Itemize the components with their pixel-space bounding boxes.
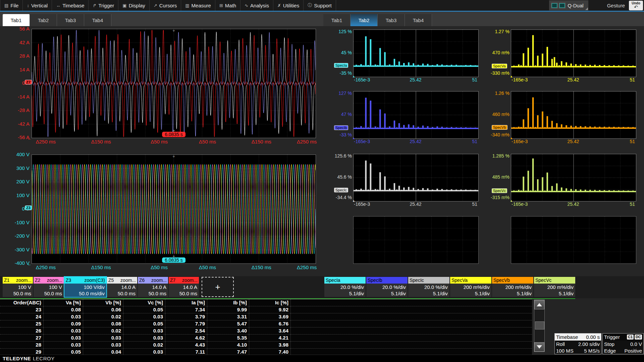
- harmonic-bar: [608, 65, 610, 67]
- harmonic-bar: [401, 128, 402, 129]
- scrollbar-thumb[interactable]: [535, 321, 544, 329]
- menu-item-analysis[interactable]: ∿Analysis: [240, 0, 273, 11]
- descriptor-z6[interactable]: Z6zoom...14.0 A50.0 ms: [138, 277, 168, 297]
- spectrum-grid-area[interactable]: [511, 154, 636, 201]
- spectrum-source-badge[interactable]: SpecVc: [492, 188, 507, 193]
- waveform-grid-area[interactable]: ++6.0835 s: [32, 29, 316, 138]
- spectrum-grid-area[interactable]: [353, 154, 479, 201]
- harmonic-bar: [578, 66, 579, 67]
- table-scrollbar[interactable]: [534, 300, 545, 352]
- zoom-source-badge[interactable]: Z7: [25, 80, 32, 84]
- spectrum-grid-area[interactable]: [353, 29, 479, 77]
- harmonic-bar: [580, 126, 582, 128]
- harmonic-bar: [444, 190, 445, 191]
- harmonic-bar: [394, 183, 395, 191]
- harmonic-bar: [372, 190, 374, 191]
- harmonic-bar: [589, 65, 591, 67]
- menu-item-timebase[interactable]: ↔Timebase: [52, 0, 89, 11]
- descriptor-z1[interactable]: Z1zoom...100 V50.0 ms: [3, 277, 33, 297]
- harmonic-bar: [632, 66, 634, 67]
- zoom-time-badge[interactable]: 6.0835 s: [162, 132, 185, 137]
- harmonic-bar: [356, 189, 357, 191]
- descriptor-id: SpecIb: [368, 278, 382, 283]
- tab-tab2[interactable]: Tab2: [351, 14, 378, 26]
- table-row[interactable]: 250.090.080.057.795.476.76: [0, 320, 532, 327]
- menu-item-display[interactable]: ▣Display: [118, 0, 149, 11]
- menu-item-math[interactable]: ⊞Math: [215, 0, 240, 11]
- descriptor-specva[interactable]: SpecVa200 m%/div5.1/div: [450, 277, 491, 297]
- descriptor-z3[interactable]: Z3zoom(C3)100 V/div50.0 ms/div: [64, 277, 106, 297]
- zoom-time-badge[interactable]: 6.0835 s: [162, 257, 185, 263]
- tab-tab1[interactable]: Tab1: [3, 14, 30, 26]
- table-row[interactable]: 240.030.020.033.793.313.69: [0, 313, 532, 320]
- menu-item-support[interactable]: ⓘSupport: [304, 0, 336, 11]
- trigger-coupling-badge: DC: [635, 335, 642, 340]
- harmonic-bar: [608, 127, 610, 128]
- descriptor-z2[interactable]: Z2zoom...100 V50.0 ms: [34, 277, 64, 297]
- table-row[interactable]: 260.030.020.032.543.403.64: [0, 327, 532, 335]
- spectrum-grid-area[interactable]: [511, 216, 636, 264]
- descriptor-z7[interactable]: Z7zoom...14.0 A50.0 ms: [169, 277, 199, 297]
- descriptor-specib[interactable]: SpecIb20.0 %/div5.1/div: [366, 277, 408, 297]
- descriptor-specia[interactable]: SpecIa20.0 %/div5.1/div: [324, 277, 366, 297]
- tab-tab3[interactable]: Tab3: [378, 14, 405, 26]
- descriptor-z5[interactable]: Z5zoom...14.0 A50.0 ms: [107, 277, 137, 297]
- tab-tab4[interactable]: Tab4: [405, 14, 432, 26]
- table-row[interactable]: 280.030.030.024.434.103.98: [0, 342, 532, 349]
- spectrum-grid-area[interactable]: [511, 29, 636, 77]
- harmonic-bar: [589, 126, 591, 128]
- menu-item-file[interactable]: ▤File: [0, 0, 23, 11]
- scroll-up-button[interactable]: [534, 300, 544, 309]
- harmonic-bar: [611, 128, 612, 129]
- table-cell: 23: [0, 306, 44, 313]
- y-tick-label: -42 A: [10, 121, 30, 127]
- spectrum-source-badge[interactable]: SpecVa: [492, 64, 507, 68]
- menu-bar-items: ▤File↕Vertical↔Timebase↱Trigger▣Display↗…: [0, 0, 336, 11]
- spectrum-source-badge[interactable]: SpecVb: [492, 125, 507, 130]
- spectrum-y-label: -34.4 %: [332, 195, 352, 200]
- qdual-selector[interactable]: Q-Dual: [549, 0, 588, 10]
- gesture-label: Gesture: [607, 3, 625, 8]
- menu-item-trigger[interactable]: ↱Trigger: [89, 0, 118, 11]
- spectrum-grid-area[interactable]: [353, 91, 479, 139]
- harmonic-bar: [465, 127, 467, 129]
- descriptor-specvb[interactable]: SpecVb200 m%/div5.1/div: [492, 277, 533, 297]
- harmonic-bar: [370, 39, 372, 66]
- timebase-summary-box[interactable]: Timebase 0.00 s Roll 2.00 s/div 100 MS 5…: [554, 333, 601, 354]
- trigger-summary-box[interactable]: Trigger C1 DC Stop 0.0 V Edge Positive: [602, 333, 644, 354]
- scroll-down-button[interactable]: [534, 342, 544, 352]
- spectrum-source-badge[interactable]: SpecIa: [334, 63, 348, 68]
- tab-tab4[interactable]: Tab4: [84, 14, 111, 26]
- menu-item-measure[interactable]: ▥Measure: [181, 0, 215, 11]
- table-row[interactable]: 270.030.030.034.625.354.21: [0, 335, 532, 342]
- undo-button[interactable]: Undo ↶: [629, 1, 643, 10]
- harmonic-bar: [625, 128, 627, 129]
- tab-tab3[interactable]: Tab3: [57, 14, 84, 26]
- harmonic-bar: [436, 64, 438, 66]
- spectrum-source-badge[interactable]: SpecIc: [334, 188, 348, 192]
- zoom-source-badge[interactable]: Z3: [25, 205, 32, 210]
- harmonic-bar: [551, 121, 553, 129]
- menu-item-vertical[interactable]: ↕Vertical: [23, 0, 52, 11]
- harmonic-bar: [604, 127, 605, 128]
- add-trace-button[interactable]: +: [202, 277, 234, 297]
- harmonic-bar: [520, 127, 522, 128]
- harmonic-bar: [575, 126, 577, 128]
- spectrum-grid-area[interactable]: [511, 91, 636, 139]
- harmonic-bar: [546, 173, 548, 192]
- harmonic-bar: [525, 191, 527, 192]
- waveform-grid-area[interactable]: ++6.0835 s: [32, 155, 316, 264]
- tab-tab1[interactable]: Tab1: [323, 14, 351, 26]
- menu-item-cursors[interactable]: ↗Cursors: [150, 0, 181, 11]
- descriptor-line: 50.0 ms: [107, 290, 136, 297]
- descriptor-specic[interactable]: SpecIc20.0 %/div5.1/div: [408, 277, 449, 297]
- menu-item-label: Measure: [192, 3, 211, 8]
- spectrum-source-badge[interactable]: SpecIb: [334, 125, 348, 130]
- table-row[interactable]: 230.080.060.057.349.999.92: [0, 306, 532, 313]
- menu-item-utilities[interactable]: ✗Utilities: [273, 0, 304, 11]
- spectrum-grid-area[interactable]: [353, 216, 479, 264]
- harmonic-bar: [427, 126, 429, 129]
- descriptor-body: 20.0 %/div5.1/div: [324, 284, 366, 297]
- descriptor-specvc[interactable]: SpecVc200 m%/div5.1/div: [534, 277, 575, 297]
- tab-tab2[interactable]: Tab2: [30, 14, 57, 26]
